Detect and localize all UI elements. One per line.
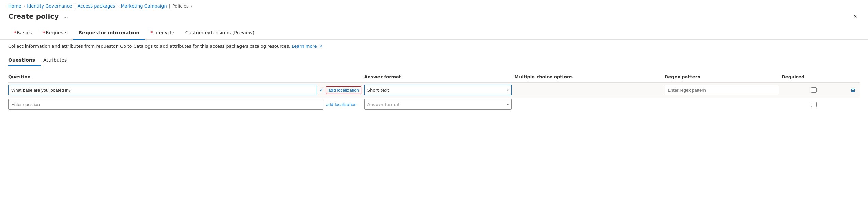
learn-more-link[interactable]: Learn more ↗ (292, 44, 322, 49)
table-header-row: Question Answer format Multiple choice o… (8, 72, 860, 83)
required-cell-1 (782, 83, 849, 98)
table-row: ✓ add localization Short text ▾ (8, 83, 860, 98)
tab-basics[interactable]: *Basics (8, 27, 37, 40)
info-text: Collect information and attributes from … (0, 40, 868, 50)
answer-format-cell-2: Answer format ▾ (364, 98, 514, 111)
breadcrumb-access-packages[interactable]: Access packages (78, 3, 115, 9)
tab-lifecycle-label: Lifecycle (153, 30, 174, 35)
tab-lifecycle-req: * (150, 30, 153, 35)
breadcrumb-sep-5: › (191, 4, 192, 9)
table-section: Question Answer format Multiple choice o… (0, 72, 868, 111)
breadcrumb-identity-governance[interactable]: Identity Governance (27, 3, 72, 9)
question-input-2[interactable] (8, 99, 323, 110)
multiple-choice-cell-2 (514, 98, 665, 111)
delete-cell-2 (849, 98, 860, 111)
required-checkbox-1[interactable] (811, 87, 817, 93)
breadcrumb-policies: Policies (172, 3, 189, 9)
question-cell-1: ✓ (8, 83, 326, 98)
col-header-spacer-1 (326, 72, 364, 83)
question-input-group-2 (8, 99, 323, 110)
multiple-choice-cell-1 (514, 83, 665, 98)
breadcrumb-sep-1: › (23, 4, 25, 9)
tab-basics-req: * (14, 30, 16, 35)
answer-format-select-2[interactable]: Answer format ▾ (364, 99, 512, 110)
page-header: Create policy ... × (0, 11, 868, 26)
breadcrumb-sep-4: | (169, 4, 170, 9)
add-localization-button-1[interactable]: add localization (326, 86, 361, 94)
regex-cell-1 (665, 83, 781, 98)
col-header-required: Required (782, 72, 849, 83)
tab-lifecycle[interactable]: *Lifecycle (145, 27, 180, 40)
ellipsis-button[interactable]: ... (61, 13, 70, 20)
add-localization-button-2[interactable]: add localization (326, 102, 357, 107)
check-icon-1: ✓ (319, 87, 323, 93)
info-text-content: Collect information and attributes from … (8, 44, 290, 49)
chevron-down-icon-2: ▾ (507, 103, 509, 106)
delete-icon-1 (850, 87, 856, 93)
tab-basics-label: Basics (17, 30, 32, 35)
col-header-regex: Regex pattern (665, 72, 781, 83)
tab-custom-extensions-label: Custom extensions (Preview) (185, 30, 255, 35)
questions-table: Question Answer format Multiple choice o… (8, 72, 860, 111)
regex-input-1[interactable] (665, 85, 779, 95)
tab-requests[interactable]: *Requests (37, 27, 73, 40)
tabs-bar: *Basics *Requests Requestor information … (0, 26, 868, 40)
localization-cell-1: add localization (326, 83, 364, 98)
chevron-down-icon-1: ▾ (507, 88, 509, 92)
delete-button-1[interactable] (849, 86, 857, 94)
tab-requestor-label: Requestor information (79, 30, 140, 35)
answer-format-placeholder-2: Answer format (367, 102, 400, 107)
col-header-multiple-choice: Multiple choice options (514, 72, 665, 83)
question-cell-2 (8, 98, 326, 111)
required-checkbox-cell-2 (782, 102, 846, 107)
breadcrumb: Home › Identity Governance | Access pack… (0, 0, 868, 11)
page-title: Create policy (8, 12, 59, 20)
external-link-icon: ↗ (319, 44, 322, 49)
required-checkbox-cell-1 (782, 87, 846, 93)
answer-format-value-1: Short text (367, 88, 389, 93)
col-header-delete (849, 72, 860, 83)
sub-tab-questions[interactable]: Questions (8, 55, 41, 66)
regex-cell-2 (665, 98, 781, 111)
answer-format-select-1[interactable]: Short text ▾ (364, 85, 512, 95)
breadcrumb-sep-2: | (74, 4, 76, 9)
tab-custom-extensions[interactable]: Custom extensions (Preview) (180, 27, 260, 40)
breadcrumb-home[interactable]: Home (8, 3, 21, 9)
sub-tabs: Questions Attributes (0, 50, 868, 66)
col-header-question: Question (8, 72, 326, 83)
tab-requests-label: Requests (46, 30, 67, 35)
close-button[interactable]: × (851, 12, 860, 21)
delete-cell-1 (849, 83, 860, 98)
page-title-group: Create policy ... (8, 12, 70, 20)
required-cell-2 (782, 98, 849, 111)
breadcrumb-marketing-campaign[interactable]: Marketing Campaign (121, 3, 167, 9)
table-row: add localization Answer format ▾ (8, 98, 860, 111)
question-input-1[interactable] (8, 85, 316, 95)
sub-tab-attributes[interactable]: Attributes (43, 55, 72, 66)
required-checkbox-2[interactable] (811, 102, 817, 107)
col-header-answer-format: Answer format (364, 72, 514, 83)
tab-requests-req: * (43, 30, 45, 35)
breadcrumb-sep-3: › (117, 4, 119, 9)
localization-cell-2: add localization (326, 98, 364, 111)
question-input-group-1: ✓ (8, 85, 323, 95)
tab-requestor-information[interactable]: Requestor information (73, 27, 145, 40)
answer-format-cell-1: Short text ▾ (364, 83, 514, 98)
